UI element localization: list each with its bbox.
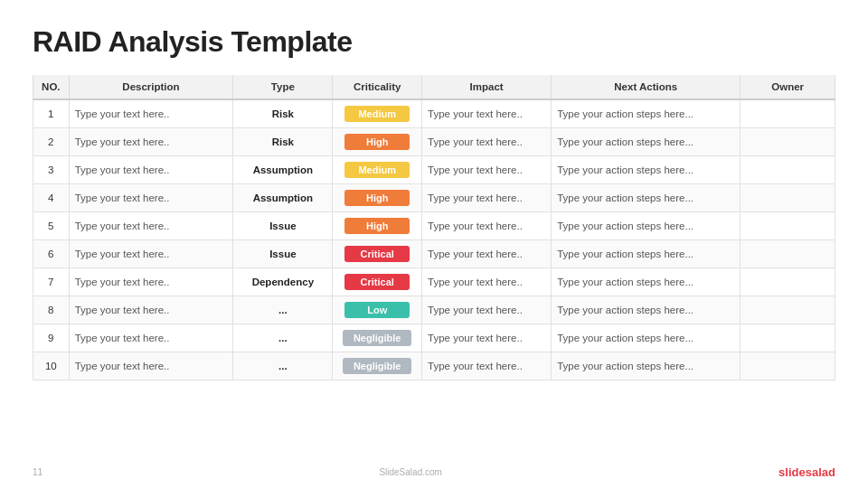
cell-owner (741, 99, 835, 128)
criticality-badge: High (344, 134, 410, 150)
page-title: RAID Analysis Template (33, 25, 835, 59)
col-header-no: NO. (33, 75, 70, 99)
cell-no: 9 (33, 324, 70, 352)
cell-impact: Type your text here.. (422, 99, 552, 128)
footer: 11 SlideSalad.com slidesalad (33, 465, 835, 479)
raid-table: NO. Description Type Criticality Impact … (33, 75, 835, 380)
col-header-impact: Impact (422, 75, 552, 99)
criticality-badge: Negligible (343, 330, 412, 346)
cell-desc: Type your text here.. (69, 99, 233, 128)
logo-prefix: slide (778, 465, 806, 479)
cell-impact: Type your text here.. (422, 240, 552, 268)
criticality-badge: High (344, 218, 410, 234)
table-row: 10 Type your text here.. ... Negligible … (33, 352, 835, 380)
cell-actions: Type your action steps here... (552, 240, 741, 268)
cell-no: 2 (33, 128, 70, 156)
cell-criticality: High (333, 128, 422, 156)
site-label: SlideSalad.com (379, 467, 441, 477)
criticality-badge: Medium (344, 106, 410, 122)
cell-owner (741, 296, 835, 324)
criticality-badge: High (344, 190, 410, 206)
cell-type: Issue (233, 240, 333, 268)
cell-impact: Type your text here.. (422, 352, 552, 380)
cell-owner (741, 128, 835, 156)
cell-no: 10 (33, 352, 70, 380)
col-header-criticality: Criticality (333, 75, 422, 99)
criticality-badge: Critical (344, 274, 410, 290)
table-row: 2 Type your text here.. Risk High Type y… (33, 128, 835, 156)
cell-impact: Type your text here.. (422, 324, 552, 352)
cell-no: 5 (33, 212, 70, 240)
cell-type: ... (233, 324, 333, 352)
cell-type: Dependency (233, 268, 333, 296)
table-row: 4 Type your text here.. Assumption High … (33, 184, 835, 212)
cell-no: 7 (33, 268, 70, 296)
cell-desc: Type your text here.. (69, 184, 233, 212)
cell-type: Assumption (233, 156, 333, 184)
cell-owner (741, 352, 835, 380)
cell-no: 3 (33, 156, 70, 184)
table-row: 9 Type your text here.. ... Negligible T… (33, 324, 835, 352)
cell-desc: Type your text here.. (69, 296, 233, 324)
cell-desc: Type your text here.. (69, 212, 233, 240)
cell-impact: Type your text here.. (422, 128, 552, 156)
cell-impact: Type your text here.. (422, 296, 552, 324)
table-row: 8 Type your text here.. ... Low Type you… (33, 296, 835, 324)
cell-owner (741, 184, 835, 212)
criticality-badge: Low (344, 302, 410, 318)
table-row: 3 Type your text here.. Assumption Mediu… (33, 156, 835, 184)
cell-desc: Type your text here.. (69, 240, 233, 268)
cell-type: Issue (233, 212, 333, 240)
cell-no: 8 (33, 296, 70, 324)
col-header-type: Type (233, 75, 333, 99)
cell-no: 4 (33, 184, 70, 212)
cell-impact: Type your text here.. (422, 184, 552, 212)
cell-criticality: Medium (333, 156, 422, 184)
table-row: 6 Type your text here.. Issue Critical T… (33, 240, 835, 268)
table-row: 1 Type your text here.. Risk Medium Type… (33, 99, 835, 128)
cell-type: ... (233, 352, 333, 380)
cell-actions: Type your action steps here... (552, 352, 741, 380)
table-row: 7 Type your text here.. Dependency Criti… (33, 268, 835, 296)
cell-type: ... (233, 296, 333, 324)
cell-criticality: Low (333, 296, 422, 324)
cell-actions: Type your action steps here... (552, 296, 741, 324)
logo-accent: salad (806, 465, 835, 479)
cell-impact: Type your text here.. (422, 268, 552, 296)
cell-desc: Type your text here.. (69, 156, 233, 184)
cell-actions: Type your action steps here... (552, 212, 741, 240)
cell-impact: Type your text here.. (422, 156, 552, 184)
cell-no: 6 (33, 240, 70, 268)
cell-owner (741, 212, 835, 240)
cell-actions: Type your action steps here... (552, 156, 741, 184)
cell-criticality: High (333, 212, 422, 240)
cell-type: Risk (233, 99, 333, 128)
cell-actions: Type your action steps here... (552, 324, 741, 352)
cell-criticality: Negligible (333, 352, 422, 380)
cell-actions: Type your action steps here... (552, 268, 741, 296)
cell-owner (741, 324, 835, 352)
cell-criticality: Medium (333, 99, 422, 128)
cell-desc: Type your text here.. (69, 352, 233, 380)
cell-actions: Type your action steps here... (552, 128, 741, 156)
cell-owner (741, 240, 835, 268)
cell-type: Assumption (233, 184, 333, 212)
cell-owner (741, 268, 835, 296)
criticality-badge: Medium (344, 162, 410, 178)
page-number: 11 (33, 467, 42, 477)
cell-actions: Type your action steps here... (552, 184, 741, 212)
cell-desc: Type your text here.. (69, 324, 233, 352)
cell-owner (741, 156, 835, 184)
cell-desc: Type your text here.. (69, 268, 233, 296)
cell-desc: Type your text here.. (69, 128, 233, 156)
col-header-next-actions: Next Actions (552, 75, 741, 99)
col-header-owner: Owner (741, 75, 835, 99)
cell-criticality: Critical (333, 268, 422, 296)
table-row: 5 Type your text here.. Issue High Type … (33, 212, 835, 240)
cell-type: Risk (233, 128, 333, 156)
logo: slidesalad (778, 465, 835, 479)
cell-no: 1 (33, 99, 70, 128)
col-header-desc: Description (69, 75, 233, 99)
criticality-badge: Negligible (343, 358, 412, 374)
cell-criticality: Negligible (333, 324, 422, 352)
